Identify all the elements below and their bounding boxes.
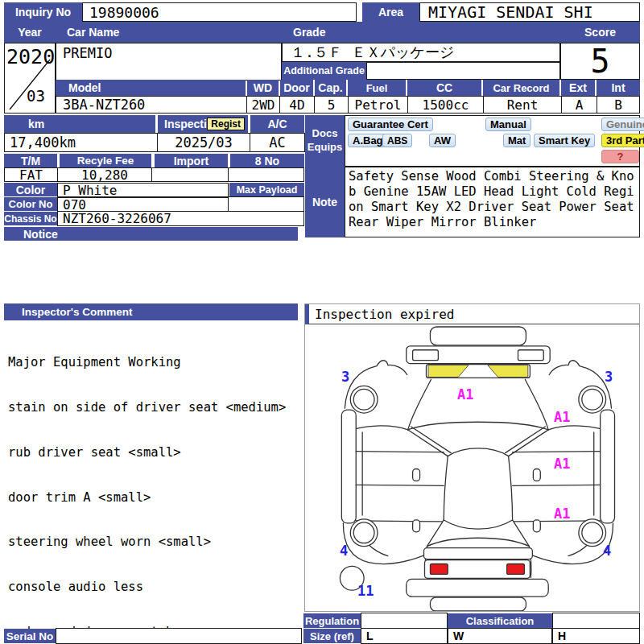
cap-value: 5 [314, 96, 349, 114]
car-name-label: Car Name [56, 22, 282, 43]
year-value: 2020 [6, 45, 55, 68]
inspection-status: Inspection expired [305, 304, 639, 324]
color-value: P White [57, 183, 229, 197]
car-name-value: PREMIO [56, 43, 282, 80]
regist-badge: Regist [207, 118, 245, 130]
model-label: Model [56, 80, 246, 96]
score-value: 5 [560, 43, 640, 80]
int-label: Int [597, 80, 640, 96]
note-text: Safety Sense Wood Combi Steering & Kno b… [345, 167, 640, 237]
door-label: Door [280, 80, 313, 96]
recycle-fee-value: 10,280 [57, 167, 152, 182]
fuel-label: Fuel [348, 80, 406, 96]
cap-label: Cap. [315, 80, 346, 96]
car-record-value: Rent [483, 96, 562, 114]
cc-label: CC [407, 80, 481, 96]
auction-sheet: Inquiry No 19890006 Area MIYAGI SENDAI S… [0, 0, 644, 644]
comment-line: Major Equipment Working [8, 355, 286, 370]
comment-line: rub driver seat <small> [8, 445, 286, 460]
guarantee-cert-badge: Guarantee Cert [348, 118, 433, 131]
car-diagram: 3 3 A1 A1 A1 A1 4 4 11 [306, 325, 638, 611]
inspection-label: Inspection Regist [158, 115, 248, 133]
tm-label: T/M [4, 154, 57, 167]
docs-label-text: Docs [312, 127, 338, 141]
car-record-label: Car Record [483, 80, 559, 96]
note-line: Rear Wiper Mirror Blinker [349, 215, 639, 230]
car-outline-drawing [306, 325, 638, 611]
max-payload-label: Max Payload [229, 183, 304, 196]
damage-mark-rear-right: 4 [603, 544, 611, 558]
color-no-value: 070 [57, 197, 229, 212]
color-no-label: Color No [4, 197, 57, 211]
size-h-value: H [552, 628, 640, 644]
max-payload-value [228, 196, 304, 212]
eight-no-value [228, 167, 304, 182]
km-label: km [4, 115, 155, 133]
note-label: Note [305, 167, 345, 237]
km-value: 17,400km [4, 133, 158, 152]
notice-label: Notice [4, 227, 298, 241]
wd-value: 2WD [246, 96, 280, 114]
size-l-value: L [361, 628, 448, 644]
color-label: Color [4, 183, 57, 196]
manual-badge: Manual [485, 118, 531, 131]
import-value [151, 167, 229, 182]
comment-line: stain on side of driver seat <medium> [8, 400, 286, 415]
fuel-value: Petrol [348, 96, 408, 114]
damage-mark-right-rear-door: A1 [554, 507, 570, 521]
damage-mark-right-front-door: A1 [554, 457, 570, 471]
int-value: B [597, 96, 640, 114]
damage-mark-right-fender: A1 [554, 411, 570, 424]
inquiry-no-value: 19890006 [82, 2, 357, 22]
area-label: Area [362, 2, 419, 22]
diagram-panel: Inspection expired [304, 303, 640, 612]
year-month-value: 03 [27, 87, 45, 105]
year-label: Year [4, 22, 56, 43]
damage-mark-spare: 11 [357, 584, 374, 598]
comment-line: door trim A <small> [8, 490, 286, 506]
chassis-no-value: NZT260-3226067 [57, 211, 304, 226]
door-value: 4D [279, 96, 315, 114]
note-line: b Genine 15AW LED Head Light Cold Regi [349, 184, 639, 200]
classification-label: Classification [448, 613, 552, 628]
unknown-badge: ? [601, 150, 639, 163]
size-w-value: W [448, 628, 552, 644]
comment-line: steering wheel worn <small> [8, 535, 286, 550]
note-line: on Smart Key X2 Driver Seat Power Seat [349, 200, 639, 215]
aw-badge: AW [429, 134, 456, 147]
comment-line: console audio less [8, 580, 286, 595]
equipment-area: Guarantee Cert Manual Genuine A.Bag ABS … [345, 115, 640, 167]
third-party-badge: 3rd Party [601, 134, 644, 147]
damage-mark-front-left: 3 [341, 370, 349, 384]
wd-label: WD [247, 80, 279, 96]
inquiry-no-label: Inquiry No [4, 2, 82, 22]
serial-no-value [56, 628, 302, 644]
ac-value: AC [250, 133, 305, 152]
grade-label: Grade [282, 22, 560, 43]
score-label: Score [560, 22, 640, 43]
damage-mark-hood: A1 [457, 388, 473, 402]
grade-value: １.５Ｆ ＥＸパッケージ [282, 43, 560, 62]
eight-no-label: 8 No [230, 154, 304, 167]
ext-label: Ext [561, 80, 595, 96]
inspection-value: 2025/03 [157, 133, 250, 152]
ac-label: A/C [250, 115, 304, 133]
import-label: Import [155, 154, 228, 167]
size-ref-label: Size (ref) [303, 629, 361, 643]
classification-value [552, 613, 640, 629]
additional-grade-value [366, 62, 560, 80]
genuine-badge: Genuine [601, 118, 644, 131]
recycle-fee-label: Recyle Fee [60, 154, 151, 167]
docs-equips-label: Docs Equips [305, 115, 345, 167]
smart-key-badge: Smart Key [534, 134, 595, 147]
equips-label-text: Equips [308, 141, 342, 155]
chassis-no-label: Chassis No [4, 212, 57, 225]
area-value: MIYAGI SENDAI SHI [419, 2, 640, 22]
regulation-value [361, 613, 448, 629]
mat-badge: Mat [503, 134, 530, 147]
ext-value: A [561, 96, 597, 114]
inspector-comment-text: Major Equipment Working stain on side of… [8, 325, 286, 644]
serial-no-label: Serial No [4, 629, 56, 643]
cc-value: 1500cc [407, 96, 484, 114]
damage-mark-front-right: 3 [605, 370, 613, 384]
